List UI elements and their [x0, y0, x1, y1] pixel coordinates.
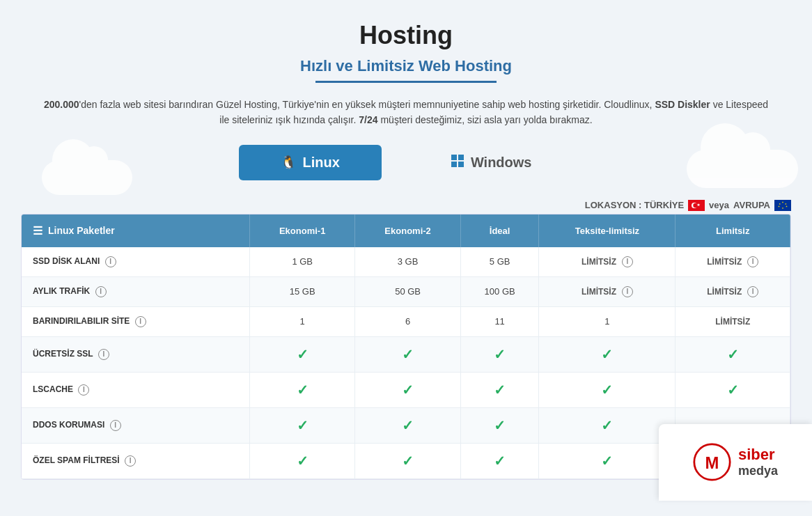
svg-rect-2 — [451, 162, 457, 167]
info-icon[interactable]: i — [78, 384, 89, 396]
linux-tab-label: Linux — [303, 155, 340, 171]
col5-cell: LİMİTSİZ i — [676, 276, 790, 306]
col2-cell: 50 GB — [355, 276, 460, 306]
col4-cell: LİMİTSİZ i — [539, 276, 676, 306]
windows-icon — [451, 155, 464, 171]
check-icon: ✓ — [601, 382, 613, 398]
check-icon: ✓ — [494, 347, 506, 362]
col-limitsiz: Limitsiz — [676, 214, 790, 247]
brand-text: siber medya — [738, 446, 778, 478]
col4-cell: LİMİTSİZ i — [539, 247, 676, 277]
col4-cell: ✓ — [539, 407, 676, 443]
svg-rect-1 — [458, 155, 464, 160]
table-row: BARINDIRILABILIR SİTE i16111LİMİTSİZ — [22, 306, 790, 336]
col3-cell: ✓ — [460, 407, 539, 443]
table-row: AYLIK TRAFİK i15 GB50 GB100 GBLİMİTSİZ i… — [22, 276, 790, 306]
col4-cell: 1 — [539, 306, 676, 336]
info-icon[interactable]: i — [105, 256, 116, 267]
check-icon: ✓ — [494, 418, 506, 433]
col3-cell: 11 — [460, 306, 539, 336]
cloud-decoration-left — [42, 160, 132, 195]
feature-cell: AYLIK TRAFİK i — [22, 276, 249, 306]
info-icon[interactable]: i — [747, 256, 758, 267]
check-icon: ✓ — [297, 382, 309, 398]
col1-cell: ✓ — [249, 443, 354, 478]
col2-cell: 6 — [355, 306, 460, 336]
limitsiz-badge: LİMİTSİZ i — [581, 286, 633, 297]
check-icon: ✓ — [402, 347, 414, 362]
info-icon[interactable]: i — [125, 455, 136, 467]
check-icon: ✓ — [297, 453, 309, 469]
feature-cell: SSD DİSK ALANI i — [22, 247, 249, 277]
title-divider — [315, 81, 497, 83]
col-teksite: Teksite-limitsiz — [539, 214, 676, 247]
col3-cell: ✓ — [460, 336, 539, 372]
col5-cell: ✓ — [676, 336, 790, 372]
location-label: LOKASYON : TÜRKİYE — [585, 200, 684, 210]
table-header-row: ☰ Linux Paketler Ekonomi-1 Ekonomi-2 İde… — [22, 214, 790, 247]
limitsiz-badge: LİMİTSİZ i — [707, 286, 758, 297]
col4-cell: ✓ — [539, 372, 676, 407]
col2-cell: ✓ — [355, 372, 460, 407]
check-icon: ✓ — [297, 418, 309, 433]
limitsiz-badge: LİMİTSİZ — [715, 317, 750, 327]
col1-cell: 1 — [249, 306, 354, 336]
col3-cell: ✓ — [460, 372, 539, 407]
info-icon[interactable]: i — [622, 286, 633, 297]
col3-cell: ✓ — [460, 443, 539, 478]
check-icon: ✓ — [494, 382, 506, 398]
col1-cell: 15 GB — [249, 276, 354, 306]
info-icon[interactable]: i — [135, 316, 146, 327]
tab-row: 🐧 Linux Windows — [21, 145, 791, 180]
svg-text:M: M — [705, 453, 719, 472]
col1-cell: ✓ — [249, 407, 354, 443]
info-icon[interactable]: i — [110, 420, 121, 431]
col2-cell: ✓ — [355, 443, 460, 478]
info-icon[interactable]: i — [622, 256, 633, 267]
col3-cell: 5 GB — [460, 247, 539, 277]
hamburger-icon: ☰ — [33, 224, 42, 237]
check-icon: ✓ — [601, 453, 613, 469]
col1-cell: ✓ — [249, 336, 354, 372]
watermark-overlay: M siber medya — [659, 424, 812, 501]
svg-rect-3 — [458, 162, 464, 167]
col-ideal: İdeal — [460, 214, 539, 247]
table-row: SSD DİSK ALANI i1 GB3 GB5 GBLİMİTSİZ iLİ… — [22, 247, 790, 277]
feature-cell: LSCACHE i — [22, 372, 249, 407]
col5-cell: LİMİTSİZ — [676, 306, 790, 336]
col5-cell: ✓ — [676, 372, 790, 407]
check-icon: ✓ — [402, 418, 414, 433]
feature-cell: BARINDIRILABILIR SİTE i — [22, 306, 249, 336]
windows-tab-label: Windows — [471, 155, 532, 171]
col5-cell: LİMİTSİZ i — [676, 247, 790, 277]
check-icon: ✓ — [494, 453, 506, 469]
check-icon: ✓ — [601, 347, 613, 362]
check-icon: ✓ — [727, 382, 739, 398]
col4-cell: ✓ — [539, 443, 676, 478]
info-icon[interactable]: i — [747, 286, 758, 297]
col1-cell: ✓ — [249, 372, 354, 407]
turkey-flag-icon — [688, 200, 705, 211]
limitsiz-badge: LİMİTSİZ i — [581, 256, 633, 267]
feature-cell: ÖZEL SPAM FİLTRESİ i — [22, 443, 249, 478]
info-icon[interactable]: i — [95, 286, 107, 297]
check-icon: ✓ — [601, 418, 613, 433]
page-subtitle: Hızlı ve Limitsiz Web Hosting — [21, 57, 791, 75]
col2-cell: 3 GB — [355, 247, 460, 277]
limitsiz-badge: LİMİTSİZ i — [707, 256, 758, 267]
location-or: veya — [709, 200, 729, 210]
col3-cell: 100 GB — [460, 276, 539, 306]
col-ekonomi2: Ekonomi-2 — [355, 214, 460, 247]
svg-point-6 — [693, 203, 697, 208]
eu-flag-icon — [774, 200, 791, 211]
check-icon: ✓ — [402, 382, 414, 398]
windows-tab[interactable]: Windows — [409, 145, 574, 180]
linux-tab[interactable]: 🐧 Linux — [239, 145, 382, 180]
col4-cell: ✓ — [539, 336, 676, 372]
brand-logo-icon: M — [693, 443, 731, 481]
page-description: 200.000'den fazla web sitesi barındıran … — [40, 97, 772, 128]
check-icon: ✓ — [402, 453, 414, 469]
info-icon[interactable]: i — [98, 349, 109, 360]
brand-name-2: medya — [738, 464, 778, 478]
col2-cell: ✓ — [355, 336, 460, 372]
